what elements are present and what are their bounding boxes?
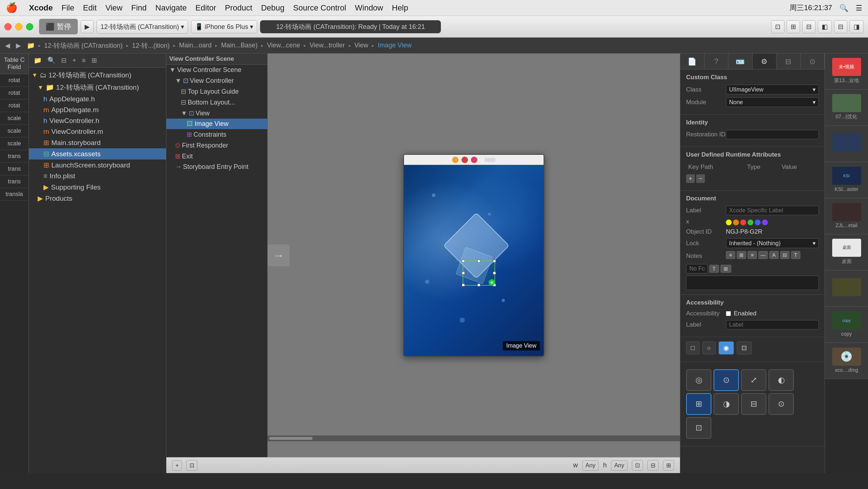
canvas-scrollbar[interactable] [268,435,680,441]
tab-size[interactable]: ⊟ [776,54,801,69]
breadcrumb-5[interactable]: View...cene [265,40,302,51]
note-icon-5[interactable]: A [769,251,779,259]
tree-item-products[interactable]: ▶ Products [29,193,166,204]
scene-item-constraints[interactable]: ⊞ Constraints [166,129,267,140]
accessibility-type-btn-4[interactable]: ⊡ [737,341,752,354]
menu-xcode[interactable]: Xcode [29,3,53,13]
tree-item-infoplist[interactable]: ≡ Info.plist [29,171,166,182]
right-sidebar-item-6[interactable] [825,271,868,307]
navigator-filter-btn[interactable]: ⊟ [59,56,68,65]
font-name-input[interactable] [686,264,708,273]
font-style-button[interactable]: ⊞ [720,265,731,273]
color-dot-green[interactable] [748,220,753,225]
width-any-button[interactable]: Any [582,460,599,471]
scene-item-view[interactable]: ▼ ⊡ View [166,108,267,119]
menu-product[interactable]: Product [225,3,252,13]
color-dot-red[interactable] [740,220,746,225]
right-sidebar-item-3[interactable]: KSI KSI...aster [825,162,868,198]
notes-text-input[interactable] [686,276,819,290]
menu-editor[interactable]: Editor [195,3,216,13]
tree-item-viewcontroller-m[interactable]: m ViewController.m [29,126,166,137]
close-window-button[interactable] [4,23,12,30]
font-size-button[interactable]: T [709,265,719,273]
table-c-item-5[interactable]: scale [0,137,29,150]
accessibility-enabled-checkbox[interactable] [726,311,731,316]
canvas-scrollbar-thumb[interactable] [269,437,312,440]
table-c-item-2[interactable]: rotat [0,99,29,112]
right-sidebar-item-4[interactable]: ZJL...etail [825,198,868,234]
scheme-selector[interactable]: 12-转场动画 (CATransition) ▾ [97,20,188,34]
add-constraint-button[interactable]: + [489,279,495,286]
navigator-add-btn[interactable]: + [71,56,78,65]
maximize-window-button[interactable] [26,23,33,30]
accessibility-label-input[interactable] [726,320,819,329]
color-dot-blue[interactable] [755,220,761,225]
scene-item-top-layout[interactable]: ⊟ Top Layout Guide [166,86,267,97]
run-button[interactable]: ▶ [81,20,94,33]
accessibility-type-btn-3[interactable]: ◉ [719,341,734,354]
table-c-item-4[interactable]: scale [0,125,29,137]
hide-inspector-button[interactable]: ◨ [850,20,864,33]
color-dot-purple[interactable] [762,220,768,225]
status-circle-pink[interactable] [471,157,477,163]
tree-item-main-storyboard[interactable]: ⊞ Main.storyboard [29,137,166,148]
note-icon-2[interactable]: ⊞ [737,251,746,259]
icon-cell-4[interactable]: ◐ [769,369,794,391]
menubar-search-icon[interactable]: 🔍 [839,4,848,12]
icon-cell-7[interactable]: ⊟ [741,393,766,415]
right-sidebar-item-2[interactable] [825,126,868,162]
icon-cell-8[interactable]: ⊙ [769,393,794,415]
menu-navigate[interactable]: Navigate [156,3,187,13]
icon-cell-3[interactable]: ⤢ [741,369,766,391]
breadcrumb-4[interactable]: Main...Base) [219,40,260,51]
table-c-item-9[interactable]: transla [0,188,29,201]
tree-item-launchscreen[interactable]: ⊞ LaunchScreen.storyboard [29,160,166,171]
scene-item-bottom-layout[interactable]: ⊟ Bottom Layout... [166,97,267,108]
tree-item-appdelegate-m[interactable]: m AppDelegate.m [29,105,166,115]
menu-file[interactable]: File [61,3,74,13]
right-sidebar-item-1[interactable]: 07...(优化 [825,90,868,126]
table-c-item-6[interactable]: trans [0,150,29,163]
icon-cell-2[interactable]: ⊙ [714,369,739,391]
back-button[interactable]: ◀ [3,40,12,51]
lock-dropdown[interactable]: Inherited - (Nothing) ▾ [726,238,819,248]
navigator-folder-btn[interactable]: 📁 [32,56,43,65]
table-c-item-7[interactable]: trans [0,163,29,175]
tree-item-viewcontroller-h[interactable]: h ViewController.h [29,115,166,126]
add-attribute-button[interactable]: + [686,174,695,183]
navigator-sort-btn[interactable]: ≡ [80,56,88,65]
breadcrumb-7[interactable]: View [352,40,371,51]
tree-item-assets[interactable]: ⊟ Assets.xcassets [29,148,166,160]
view-version-button[interactable]: ⊟ [802,20,816,33]
note-icon-7[interactable]: T [791,251,800,259]
breadcrumb-6[interactable]: View...troller [307,40,347,51]
canvas-area[interactable]: + Image View [268,54,680,457]
status-circle-orange[interactable] [452,157,459,163]
remove-attribute-button[interactable]: − [696,174,705,183]
apple-icon[interactable]: 🍎 [6,2,17,13]
tab-attributes[interactable]: ⚙ [753,54,777,69]
breadcrumb-1[interactable]: 12-转场动画 (CATransition) [42,40,125,51]
table-c-item-1[interactable]: rotat [0,87,29,99]
fit-button[interactable]: ⊟ [647,460,659,471]
icon-cell-9[interactable]: ⊡ [686,417,711,439]
device-content[interactable]: + Image View [404,165,544,356]
color-dot-yellow[interactable] [726,220,732,225]
scene-item-image-view[interactable]: 🖼 Image View [166,119,267,129]
tab-file[interactable]: 📄 [680,54,705,69]
menu-edit[interactable]: Edit [83,3,97,13]
zoom-in-button[interactable]: ⊞ [663,460,674,471]
right-sidebar-item-7[interactable]: copy copy [825,307,868,343]
right-sidebar-item-5[interactable]: 桌面 桌面 [825,234,868,271]
accessibility-type-btn-2[interactable]: ○ [702,341,716,354]
status-circle-red[interactable] [461,157,468,163]
icon-cell-6[interactable]: ◑ [714,393,739,415]
menubar-menu-icon[interactable]: ☰ [856,4,862,12]
table-c-item-8[interactable]: trans [0,175,29,188]
right-sidebar-item-8[interactable]: 💿 xco....dmg [825,343,868,379]
menu-source-control[interactable]: Source Control [293,3,346,13]
forward-button[interactable]: ▶ [14,40,23,51]
table-c-item-0[interactable]: rotat [0,74,29,87]
restoration-id-input[interactable] [726,130,819,139]
breadcrumb-8[interactable]: Image View [375,40,414,51]
